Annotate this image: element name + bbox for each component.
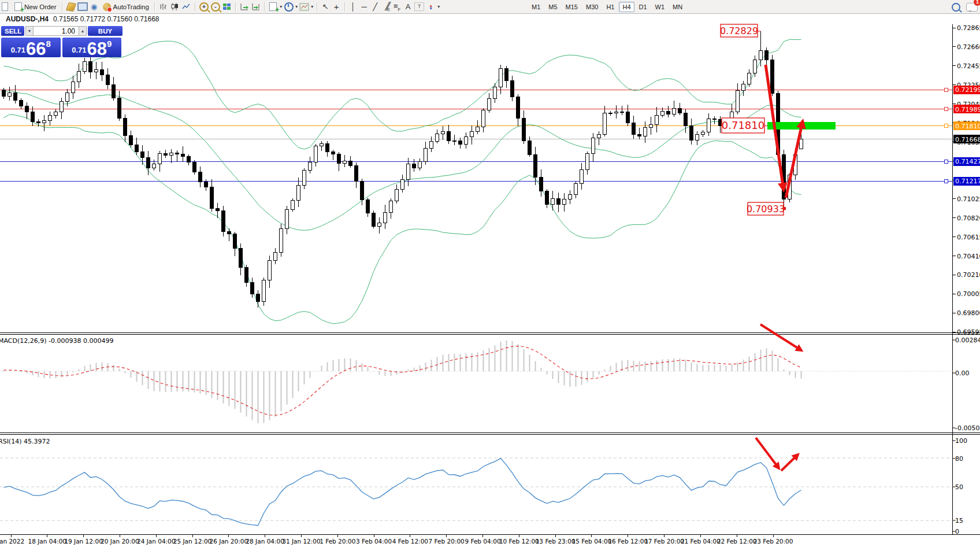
sell-price[interactable]: 0.71 66 8 xyxy=(1,38,61,57)
zoom-out-icon[interactable]: - xyxy=(210,1,221,13)
periods-caret-icon[interactable]: ▼ xyxy=(295,5,299,9)
price-tick-label: 0.72455 xyxy=(957,62,980,70)
horizontal-line-icon[interactable]: ─ xyxy=(359,2,370,11)
price-tick-label: 0.72660 xyxy=(957,43,980,51)
timeframe-button-m30[interactable]: M30 xyxy=(582,2,602,12)
candle-body xyxy=(528,141,532,154)
level-handle[interactable] xyxy=(944,160,948,163)
candle-body xyxy=(580,169,584,183)
candle-body xyxy=(771,60,774,93)
candle-body xyxy=(534,154,537,177)
separator xyxy=(264,2,265,12)
candle-body xyxy=(2,90,6,97)
candle-body xyxy=(800,139,803,149)
timeframe-button-h1[interactable]: H1 xyxy=(603,2,618,12)
macd-pane: MACD(12,26,9) -0.000938 0.0004990.002841… xyxy=(0,337,980,432)
periods-icon[interactable] xyxy=(283,1,295,13)
sell-price-sup: 8 xyxy=(46,38,50,49)
rsi-down-arrow[interactable] xyxy=(756,438,779,468)
buy-button[interactable]: BUY xyxy=(88,26,122,36)
templates-caret-icon[interactable]: ▼ xyxy=(310,5,314,9)
chart-canvas[interactable]: 0.728290.718100.709330.728650.726600.724… xyxy=(0,0,980,547)
crosshair-icon[interactable]: + xyxy=(331,2,342,12)
new-order-icon xyxy=(14,2,22,11)
autotrading-button[interactable]: AutoTrading xyxy=(100,1,152,13)
vertical-line-icon[interactable]: │ xyxy=(348,2,359,11)
arrows-caret-icon[interactable]: ▼ xyxy=(437,5,441,9)
chart-shift-icon[interactable] xyxy=(250,1,262,13)
templates-icon[interactable] xyxy=(299,1,310,13)
zoom-in-icon[interactable]: + xyxy=(198,1,210,13)
text-icon[interactable]: A xyxy=(403,2,414,11)
text-label-icon[interactable]: T xyxy=(414,1,425,13)
fibonacci-icon[interactable]: ≡F xyxy=(392,2,403,12)
candle-body xyxy=(453,141,456,142)
signals-icon[interactable]: ◉ xyxy=(88,1,100,13)
support-price-label[interactable]: 0.71810 xyxy=(722,118,764,133)
new-chart-icon[interactable] xyxy=(0,1,12,13)
line-chart-icon[interactable] xyxy=(181,1,192,13)
support-price-label-text: 0.71810 xyxy=(722,119,764,131)
time-tick-label: 23 Feb 20:00 xyxy=(753,538,793,545)
candle-body xyxy=(366,200,370,213)
macd-down-arrow[interactable] xyxy=(760,324,801,350)
symbol-period-label: AUDUSD-,H4 xyxy=(6,15,49,23)
candle-body xyxy=(372,213,376,227)
indicators-icon[interactable] xyxy=(268,1,279,13)
level-handle[interactable] xyxy=(944,108,948,111)
search-icon[interactable] xyxy=(950,1,962,13)
candle-body xyxy=(268,260,272,280)
price-tick-label: 0.70615 xyxy=(957,234,980,241)
equidistant-channel-icon[interactable]: ╱╱E xyxy=(381,2,392,12)
candle-body xyxy=(89,61,92,72)
level-handle[interactable] xyxy=(944,124,948,128)
terminal-icon[interactable] xyxy=(77,1,88,13)
volume-decrease-button[interactable]: ▼ xyxy=(25,26,34,36)
swing-low-label[interactable]: 0.70933 xyxy=(747,202,785,215)
candle-body xyxy=(511,80,514,97)
time-tick-label: 31 Jan 12:00 xyxy=(282,538,320,545)
arrows-icon[interactable]: ▲▼ xyxy=(425,1,437,13)
new-order-button[interactable]: New Order xyxy=(12,1,60,13)
candle-body xyxy=(522,118,526,141)
candle-body xyxy=(228,231,231,234)
candle-body xyxy=(216,209,220,210)
cursor-icon[interactable]: ↖ xyxy=(320,2,331,11)
candle-body xyxy=(233,234,237,249)
price-tick-label: 0.69595 xyxy=(957,328,980,336)
price-tick-label: 0.70005 xyxy=(957,290,980,298)
rsi-up-arrow[interactable] xyxy=(781,454,798,471)
level-handle[interactable] xyxy=(944,88,948,91)
buy-price[interactable]: 0.71 68 9 xyxy=(62,38,122,57)
auto-scroll-icon[interactable] xyxy=(239,1,250,13)
indicators-caret-icon[interactable]: ▼ xyxy=(279,5,283,9)
candlestick-chart-icon[interactable] xyxy=(169,1,181,13)
sell-button[interactable]: SELL xyxy=(1,26,24,36)
time-tick-label: 28 Jan 04:00 xyxy=(246,538,284,545)
timeframe-button-d1[interactable]: D1 xyxy=(636,2,651,12)
price-up-arrow[interactable] xyxy=(786,121,803,198)
candle-body xyxy=(621,112,624,113)
timeframe-toolbar: M1M5M15M30H1H4D1W1MN xyxy=(528,0,686,13)
ohlc-values: 0.71565 0.71772 0.71560 0.71668 xyxy=(53,15,159,23)
bar-chart-icon[interactable] xyxy=(158,1,169,13)
time-tick-label: 19 Jan 12:00 xyxy=(64,538,102,545)
level-handle[interactable] xyxy=(944,179,948,183)
price-tick-label: 0.72865 xyxy=(957,24,980,32)
time-axis[interactable]: Jan 202218 Jan 04:0019 Jan 12:0020 Jan 2… xyxy=(0,535,793,545)
timeframe-button-m1[interactable]: M1 xyxy=(528,2,544,12)
volume-increase-button[interactable]: ▲ xyxy=(79,26,87,36)
timeframe-button-h4[interactable]: H4 xyxy=(619,2,634,12)
candle-body xyxy=(678,108,682,113)
tile-windows-icon[interactable] xyxy=(221,1,233,13)
timeframe-button-mn[interactable]: MN xyxy=(669,2,686,12)
metaeditor-icon[interactable] xyxy=(65,1,77,13)
timeframe-button-m15[interactable]: M15 xyxy=(562,2,581,12)
swing-high-label[interactable]: 0.72829 xyxy=(720,24,758,37)
timeframe-button-m5[interactable]: M5 xyxy=(545,2,560,12)
chat-icon[interactable]: 1 xyxy=(966,1,978,13)
candle-body xyxy=(569,194,572,199)
volume-input[interactable] xyxy=(34,26,79,36)
trendline-icon[interactable]: ╱ xyxy=(370,2,381,11)
timeframe-button-w1[interactable]: W1 xyxy=(652,2,669,12)
